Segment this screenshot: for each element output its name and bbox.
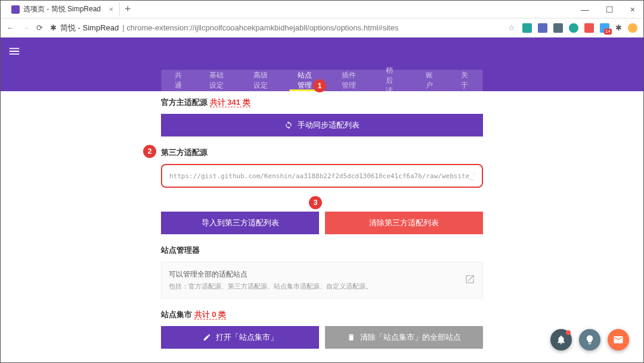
tab-title: 选项页 - 简悦 SimpRead xyxy=(23,4,101,14)
minimize-button[interactable]: — xyxy=(577,5,593,14)
official-title: 官方主适配源 共计 341 类 xyxy=(161,97,483,108)
delete-icon xyxy=(347,333,355,342)
sync-icon xyxy=(284,121,293,129)
extensions-menu-icon[interactable]: ✱ xyxy=(615,23,622,32)
fab-feedback[interactable] xyxy=(608,329,629,350)
url-bar[interactable]: ✱ 简悦 - SimpRead | chrome-extension://ijl… xyxy=(50,23,501,33)
market-title: 站点集市 共计 0 类 xyxy=(161,309,483,320)
ext-icon-1[interactable] xyxy=(522,23,532,33)
floating-actions xyxy=(550,329,629,350)
tab-common[interactable]: 共通 xyxy=(162,70,197,91)
back-button[interactable]: ← xyxy=(7,23,14,32)
tab-readlater[interactable]: 稍后读 xyxy=(373,70,412,91)
annotation-1: 1 xyxy=(313,79,326,92)
mail-icon xyxy=(613,334,624,345)
url-path: | chrome-extension://ijllcpnolfcooahcekp… xyxy=(122,23,398,32)
window-controls: — ☐ × xyxy=(577,5,639,14)
reload-button[interactable]: ⟳ xyxy=(36,23,43,32)
ext-icon-5[interactable] xyxy=(584,23,594,33)
ext-icon-6[interactable] xyxy=(600,23,609,33)
clear-market-button[interactable]: 清除「站点集市」的全部站点 xyxy=(325,326,483,349)
tab-advanced[interactable]: 高级设定 xyxy=(240,70,284,91)
section-site-market: 站点集市 共计 0 类 打开「站点集市」 清除「站点集市」的全部站点 没有任何站… xyxy=(161,309,483,362)
edit-icon xyxy=(203,333,211,342)
thirdparty-title: 第三方适配源 xyxy=(161,147,483,158)
extension-icon: ✱ xyxy=(50,23,57,32)
maximize-button[interactable]: ☐ xyxy=(602,5,617,14)
manager-box-title: 可以管理全部的适配站点 xyxy=(169,269,475,280)
lightbulb-icon xyxy=(584,334,595,345)
manager-title: 站点管理器 xyxy=(161,245,483,256)
bell-icon xyxy=(556,334,566,345)
tab-about[interactable]: 关于 xyxy=(448,70,483,91)
sync-button[interactable]: 手动同步适配列表 xyxy=(161,114,483,136)
market-empty-text: 没有任何站点，点击打开「站点集市」添加。 xyxy=(161,349,483,362)
fab-notifications[interactable] xyxy=(550,329,572,350)
ext-icon-2[interactable] xyxy=(538,23,547,33)
ext-icon-4[interactable] xyxy=(569,23,578,33)
manager-box[interactable]: 可以管理全部的适配站点 包括：官方适配源、第三方适配源、站点集市适配源、自定义适… xyxy=(161,262,483,299)
tab-plugins[interactable]: 插件管理 xyxy=(329,70,373,91)
hamburger-menu-icon[interactable] xyxy=(8,45,21,60)
annotation-2: 2 xyxy=(143,145,156,158)
browser-tab[interactable]: 选项页 - 简悦 SimpRead × xyxy=(5,2,120,17)
url-prefix: 简悦 - SimpRead xyxy=(60,23,119,33)
annotation-3: 3 xyxy=(309,196,322,209)
tab-basic[interactable]: 基础设定 xyxy=(196,70,240,91)
tab-favicon xyxy=(11,5,20,14)
main-content: 官方主适配源 共计 341 类 手动同步适配列表 2 第三方适配源 3 导入到第… xyxy=(1,91,643,362)
new-tab-button[interactable]: + xyxy=(125,3,131,15)
import-thirdparty-button[interactable]: 导入到第三方适配列表 xyxy=(161,212,319,234)
clear-thirdparty-button[interactable]: 清除第三方适配列表 xyxy=(325,212,483,234)
thirdparty-url-input[interactable] xyxy=(161,164,483,188)
profile-avatar[interactable] xyxy=(628,23,637,33)
browser-titlebar: 选项页 - 简悦 SimpRead × + — ☐ × xyxy=(1,1,643,18)
tab-account[interactable]: 账户 xyxy=(413,70,448,91)
extension-icons: ✱ xyxy=(522,23,637,33)
manager-box-desc: 包括：官方适配源、第三方适配源、站点集市适配源、自定义适配源。 xyxy=(169,282,475,291)
open-market-button[interactable]: 打开「站点集市」 xyxy=(161,326,319,349)
section-official-source: 官方主适配源 共计 341 类 手动同步适配列表 xyxy=(161,97,483,136)
close-window-button[interactable]: × xyxy=(627,5,639,14)
open-external-icon[interactable] xyxy=(465,274,475,287)
forward-button[interactable]: → xyxy=(21,23,29,32)
app-header: 1 共通 基础设定 高级设定 站点管理 插件管理 稍后读 账户 关于 xyxy=(1,38,643,91)
browser-addressbar: ← → ⟳ ✱ 简悦 - SimpRead | chrome-extension… xyxy=(1,18,643,38)
ext-icon-3[interactable] xyxy=(553,23,563,33)
star-icon[interactable]: ☆ xyxy=(508,23,515,32)
fab-help[interactable] xyxy=(579,329,600,350)
section-site-manager: 站点管理器 可以管理全部的适配站点 包括：官方适配源、第三方适配源、站点集市适配… xyxy=(161,245,483,299)
section-thirdparty-source: 2 第三方适配源 3 导入到第三方适配列表 清除第三方适配列表 xyxy=(161,147,483,234)
close-tab-icon[interactable]: × xyxy=(109,5,113,14)
